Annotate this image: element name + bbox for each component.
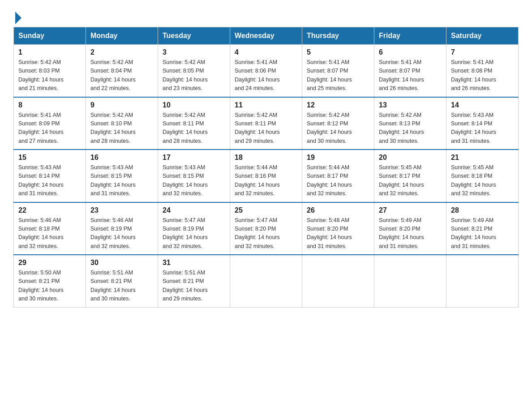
day-info: Sunrise: 5:49 AMSunset: 8:21 PMDaylight:… xyxy=(451,217,496,249)
day-info: Sunrise: 5:41 AMSunset: 8:08 PMDaylight:… xyxy=(451,59,496,91)
day-info: Sunrise: 5:42 AMSunset: 8:11 PMDaylight:… xyxy=(163,112,208,144)
day-number: 1 xyxy=(18,48,81,56)
day-number: 16 xyxy=(90,154,153,162)
day-cell: 13 Sunrise: 5:42 AMSunset: 8:13 PMDaylig… xyxy=(374,97,446,150)
day-cell: 22 Sunrise: 5:46 AMSunset: 8:18 PMDaylig… xyxy=(14,202,86,255)
day-cell: 28 Sunrise: 5:49 AMSunset: 8:21 PMDaylig… xyxy=(446,202,519,255)
day-cell: 18 Sunrise: 5:44 AMSunset: 8:16 PMDaylig… xyxy=(230,150,302,202)
day-info: Sunrise: 5:47 AMSunset: 8:20 PMDaylight:… xyxy=(235,217,280,249)
day-info: Sunrise: 5:48 AMSunset: 8:20 PMDaylight:… xyxy=(307,217,352,249)
day-number: 5 xyxy=(307,48,369,56)
day-cell: 9 Sunrise: 5:42 AMSunset: 8:10 PMDayligh… xyxy=(86,97,158,150)
day-number: 10 xyxy=(163,101,225,109)
day-number: 17 xyxy=(163,154,225,162)
day-cell: 10 Sunrise: 5:42 AMSunset: 8:11 PMDaylig… xyxy=(158,97,230,150)
day-cell: 1 Sunrise: 5:42 AMSunset: 8:03 PMDayligh… xyxy=(14,45,86,97)
day-cell: 25 Sunrise: 5:47 AMSunset: 8:20 PMDaylig… xyxy=(230,202,302,255)
day-info: Sunrise: 5:45 AMSunset: 8:18 PMDaylight:… xyxy=(451,164,496,197)
day-number: 22 xyxy=(18,206,81,214)
day-cell: 29 Sunrise: 5:50 AMSunset: 8:21 PMDaylig… xyxy=(14,255,86,307)
day-info: Sunrise: 5:46 AMSunset: 8:18 PMDaylight:… xyxy=(18,217,64,249)
day-number: 24 xyxy=(163,206,225,214)
day-info: Sunrise: 5:41 AMSunset: 8:09 PMDaylight:… xyxy=(18,112,64,144)
day-info: Sunrise: 5:51 AMSunset: 8:21 PMDaylight:… xyxy=(90,270,136,302)
day-info: Sunrise: 5:43 AMSunset: 8:15 PMDaylight:… xyxy=(163,164,208,197)
day-number: 27 xyxy=(379,206,442,214)
day-info: Sunrise: 5:41 AMSunset: 8:07 PMDaylight:… xyxy=(307,59,352,91)
day-number: 13 xyxy=(379,101,442,109)
day-number: 7 xyxy=(451,48,514,56)
day-info: Sunrise: 5:42 AMSunset: 8:04 PMDaylight:… xyxy=(90,59,136,91)
day-cell: 8 Sunrise: 5:41 AMSunset: 8:09 PMDayligh… xyxy=(14,97,86,150)
day-info: Sunrise: 5:43 AMSunset: 8:14 PMDaylight:… xyxy=(18,164,64,197)
day-cell: 21 Sunrise: 5:45 AMSunset: 8:18 PMDaylig… xyxy=(446,150,519,202)
day-number: 30 xyxy=(90,259,153,267)
day-info: Sunrise: 5:42 AMSunset: 8:05 PMDaylight:… xyxy=(163,59,208,91)
day-cell: 19 Sunrise: 5:44 AMSunset: 8:17 PMDaylig… xyxy=(302,150,374,202)
day-cell xyxy=(374,255,446,307)
day-number: 21 xyxy=(451,154,514,162)
day-number: 14 xyxy=(451,101,514,109)
page-header xyxy=(13,9,519,22)
day-number: 19 xyxy=(307,154,369,162)
day-info: Sunrise: 5:42 AMSunset: 8:12 PMDaylight:… xyxy=(307,112,352,144)
calendar-table: SundayMondayTuesdayWednesdayThursdayFrid… xyxy=(13,27,519,308)
day-cell: 20 Sunrise: 5:45 AMSunset: 8:17 PMDaylig… xyxy=(374,150,446,202)
week-row-5: 29 Sunrise: 5:50 AMSunset: 8:21 PMDaylig… xyxy=(14,255,519,307)
day-number: 2 xyxy=(90,48,153,56)
day-number: 18 xyxy=(235,154,297,162)
day-info: Sunrise: 5:43 AMSunset: 8:15 PMDaylight:… xyxy=(90,164,136,197)
header-tuesday: Tuesday xyxy=(158,27,230,45)
day-cell: 27 Sunrise: 5:49 AMSunset: 8:20 PMDaylig… xyxy=(374,202,446,255)
day-info: Sunrise: 5:42 AMSunset: 8:11 PMDaylight:… xyxy=(235,112,280,144)
header-sunday: Sunday xyxy=(14,27,86,45)
header-saturday: Saturday xyxy=(446,27,519,45)
day-cell: 5 Sunrise: 5:41 AMSunset: 8:07 PMDayligh… xyxy=(302,45,374,97)
week-row-1: 1 Sunrise: 5:42 AMSunset: 8:03 PMDayligh… xyxy=(14,45,519,97)
week-row-4: 22 Sunrise: 5:46 AMSunset: 8:18 PMDaylig… xyxy=(14,202,519,255)
day-cell: 6 Sunrise: 5:41 AMSunset: 8:07 PMDayligh… xyxy=(374,45,446,97)
day-number: 8 xyxy=(18,101,81,109)
day-info: Sunrise: 5:44 AMSunset: 8:17 PMDaylight:… xyxy=(307,164,352,197)
day-info: Sunrise: 5:43 AMSunset: 8:14 PMDaylight:… xyxy=(451,112,496,144)
day-number: 6 xyxy=(379,48,442,56)
day-cell: 7 Sunrise: 5:41 AMSunset: 8:08 PMDayligh… xyxy=(446,45,519,97)
day-cell: 17 Sunrise: 5:43 AMSunset: 8:15 PMDaylig… xyxy=(158,150,230,202)
day-cell: 4 Sunrise: 5:41 AMSunset: 8:06 PMDayligh… xyxy=(230,45,302,97)
day-number: 31 xyxy=(163,259,225,267)
day-info: Sunrise: 5:51 AMSunset: 8:21 PMDaylight:… xyxy=(163,270,208,302)
day-number: 20 xyxy=(379,154,442,162)
day-info: Sunrise: 5:42 AMSunset: 8:13 PMDaylight:… xyxy=(379,112,424,144)
day-info: Sunrise: 5:49 AMSunset: 8:20 PMDaylight:… xyxy=(379,217,424,249)
day-number: 11 xyxy=(235,101,297,109)
day-cell: 30 Sunrise: 5:51 AMSunset: 8:21 PMDaylig… xyxy=(86,255,158,307)
day-cell xyxy=(446,255,519,307)
day-number: 9 xyxy=(90,101,153,109)
day-info: Sunrise: 5:50 AMSunset: 8:21 PMDaylight:… xyxy=(18,270,64,302)
day-info: Sunrise: 5:46 AMSunset: 8:19 PMDaylight:… xyxy=(90,217,136,249)
day-cell: 16 Sunrise: 5:43 AMSunset: 8:15 PMDaylig… xyxy=(86,150,158,202)
day-cell: 24 Sunrise: 5:47 AMSunset: 8:19 PMDaylig… xyxy=(158,202,230,255)
day-cell: 14 Sunrise: 5:43 AMSunset: 8:14 PMDaylig… xyxy=(446,97,519,150)
day-cell: 11 Sunrise: 5:42 AMSunset: 8:11 PMDaylig… xyxy=(230,97,302,150)
calendar-header-row: SundayMondayTuesdayWednesdayThursdayFrid… xyxy=(14,27,519,45)
day-cell: 2 Sunrise: 5:42 AMSunset: 8:04 PMDayligh… xyxy=(86,45,158,97)
day-info: Sunrise: 5:41 AMSunset: 8:06 PMDaylight:… xyxy=(235,59,280,91)
header-friday: Friday xyxy=(374,27,446,45)
day-number: 28 xyxy=(451,206,514,214)
day-cell: 15 Sunrise: 5:43 AMSunset: 8:14 PMDaylig… xyxy=(14,150,86,202)
day-cell xyxy=(302,255,374,307)
header-monday: Monday xyxy=(86,27,158,45)
day-info: Sunrise: 5:44 AMSunset: 8:16 PMDaylight:… xyxy=(235,164,280,197)
day-info: Sunrise: 5:47 AMSunset: 8:19 PMDaylight:… xyxy=(163,217,208,249)
day-number: 23 xyxy=(90,206,153,214)
day-number: 12 xyxy=(307,101,369,109)
logo xyxy=(13,13,21,22)
header-wednesday: Wednesday xyxy=(230,27,302,45)
day-cell xyxy=(230,255,302,307)
day-number: 29 xyxy=(18,259,81,267)
day-cell: 23 Sunrise: 5:46 AMSunset: 8:19 PMDaylig… xyxy=(86,202,158,255)
day-info: Sunrise: 5:45 AMSunset: 8:17 PMDaylight:… xyxy=(379,164,424,197)
week-row-3: 15 Sunrise: 5:43 AMSunset: 8:14 PMDaylig… xyxy=(14,150,519,202)
day-info: Sunrise: 5:42 AMSunset: 8:10 PMDaylight:… xyxy=(90,112,136,144)
